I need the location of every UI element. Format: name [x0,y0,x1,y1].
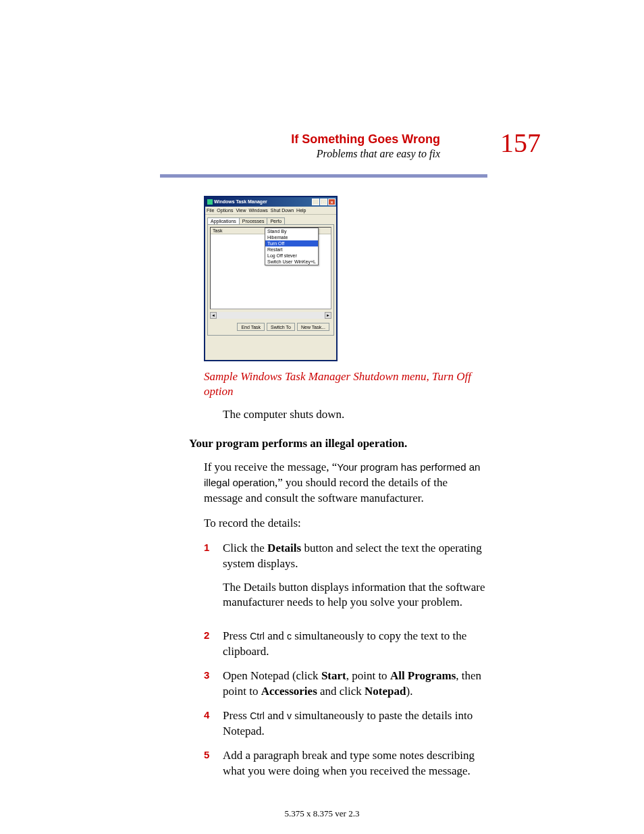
tab-processes[interactable]: Processes [239,217,268,224]
scroll-left-icon[interactable]: ◄ [210,312,217,319]
step-1: 1 Click the Details button and select th… [204,541,487,621]
window-controls: _ □ × [312,199,336,205]
menu-windows[interactable]: Windows [248,208,267,213]
body-content: The computer shuts down. Your program pe… [204,407,487,788]
tab-strip: Applications Processes Perfo [207,217,334,224]
shutdown-menu: Stand By Hibernate Turn Off Restart Log … [265,228,319,265]
step-number: 5 [204,748,223,779]
menu-item-turnoff[interactable]: Turn Off [265,240,318,246]
figure-caption: Sample Windows Task Manager Shutdown men… [204,369,484,399]
shuts-down-text: The computer shuts down. [223,407,487,423]
chapter-title: If Something Goes Wrong [291,132,440,147]
new-task-button[interactable]: New Task... [297,323,329,331]
switch-to-button[interactable]: Switch To [267,323,295,331]
menu-shutdown[interactable]: Shut Down [271,208,294,213]
step-number: 3 [204,669,223,700]
menu-view[interactable]: View [236,208,246,213]
end-task-button[interactable]: End Task [237,323,265,331]
step-number: 1 [204,541,223,621]
action-buttons: End Task Switch To New Task... [237,323,329,331]
step-3: 3 Open Notepad (click Start, point to Al… [204,669,487,700]
menu-item-switchuser[interactable]: Switch User WinKey+L [265,259,318,265]
menu-item-hibernate[interactable]: Hibernate [265,234,318,240]
app-icon [207,199,213,205]
close-button[interactable]: × [328,199,336,205]
task-list: Task Stand By Hibernate Turn Off Restart… [210,227,331,309]
menu-item-restart[interactable]: Restart [265,246,318,253]
step-2: 2 Press Ctrl and c simultaneously to cop… [204,629,487,660]
window-title: Windows Task Manager [214,197,267,207]
section-subtitle: Problems that are easy to fix [291,148,440,160]
menu-item-standby[interactable]: Stand By [265,228,318,234]
header-rule [160,174,487,178]
tab-applications[interactable]: Applications [207,217,240,224]
task-manager-window: Windows Task Manager _ □ × File Options … [204,196,338,361]
tab-body: Task Stand By Hibernate Turn Off Restart… [207,224,334,336]
intro-paragraph: If you receive the message, “Your progra… [204,460,487,506]
page-number: 157 [500,127,541,159]
menubar: File Options View Windows Shut Down Help [205,207,336,215]
page-header: If Something Goes Wrong Problems that ar… [291,132,440,160]
menu-file[interactable]: File [207,208,214,213]
section-heading: Your program performs an illegal operati… [189,436,487,452]
steps-list: 1 Click the Details button and select th… [204,541,487,779]
titlebar: Windows Task Manager _ □ × [205,197,336,207]
menu-help[interactable]: Help [296,208,306,213]
step-5: 5 Add a paragraph break and type some no… [204,748,487,779]
maximize-button[interactable]: □ [320,199,327,205]
step-1-note: The Details button displays information … [223,580,487,611]
scroll-right-icon[interactable]: ► [325,312,331,319]
page-footer: 5.375 x 8.375 ver 2.3 [0,808,644,819]
minimize-button[interactable]: _ [312,199,319,205]
step-4: 4 Press Ctrl and v simultaneously to pas… [204,708,487,739]
step-number: 4 [204,708,223,739]
horizontal-scrollbar[interactable]: ◄ ► [210,312,331,319]
menu-options[interactable]: Options [217,208,233,213]
col-task: Task [213,228,222,233]
menu-item-logoff[interactable]: Log Off stever [265,253,318,259]
tab-performance[interactable]: Perfo [267,217,285,224]
step-number: 2 [204,629,223,660]
record-intro: To record the details: [204,516,487,531]
